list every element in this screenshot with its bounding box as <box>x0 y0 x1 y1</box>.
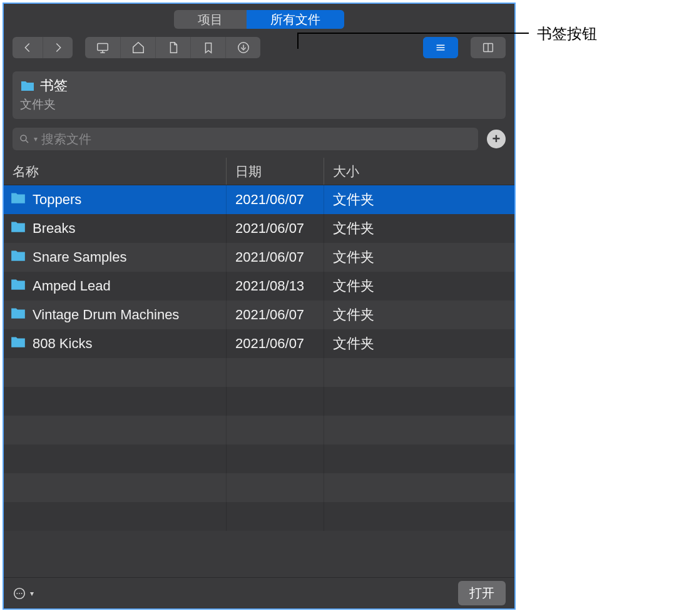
display-icon <box>96 41 110 54</box>
file-name: Breaks <box>33 220 75 237</box>
file-name: Amped Lead <box>33 278 111 294</box>
file-name: Vintage Drum Machines <box>33 307 179 323</box>
empty-row <box>4 444 514 473</box>
svg-rect-0 <box>98 44 108 51</box>
ellipsis-circle-icon <box>13 587 26 600</box>
file-list: 名称 日期 大小 Toppers2021/06/07文件夹Breaks2021/… <box>4 158 514 577</box>
plus-icon: + <box>493 131 501 147</box>
tab-all-files[interactable]: 所有文件 <box>247 10 344 29</box>
svg-point-15 <box>21 593 23 594</box>
file-name: 808 Kicks <box>33 336 92 352</box>
table-header: 名称 日期 大小 <box>4 158 514 185</box>
nav-back-button[interactable] <box>13 37 43 58</box>
column-name[interactable]: 名称 <box>4 158 227 185</box>
file-name: Toppers <box>33 192 81 208</box>
list-view-button[interactable] <box>423 37 458 58</box>
chevron-left-icon <box>21 41 34 54</box>
footer-bar: ▾ 打开 <box>4 577 514 608</box>
svg-line-11 <box>26 140 28 143</box>
file-browser-window: 项目 所有文件 <box>3 3 516 610</box>
file-name: Snare Samples <box>33 249 126 265</box>
callout-label: 书签按钮 <box>537 24 597 44</box>
location-subtitle: 文件夹 <box>20 96 498 113</box>
table-row[interactable]: Breaks2021/06/07文件夹 <box>4 214 514 243</box>
download-icon <box>237 41 250 54</box>
actions-menu-button[interactable]: ▾ <box>13 587 34 600</box>
columns-icon <box>481 41 495 54</box>
toolbar <box>4 29 514 66</box>
file-date: 2021/06/07 <box>227 185 324 214</box>
table-row[interactable]: Toppers2021/06/07文件夹 <box>4 185 514 214</box>
folder-icon <box>10 306 26 324</box>
column-size[interactable]: 大小 <box>324 158 514 185</box>
location-header: 书签 文件夹 <box>13 71 506 119</box>
bookmark-icon <box>202 41 215 54</box>
callout-line <box>297 33 529 34</box>
folder-icon <box>10 249 26 266</box>
file-date: 2021/06/07 <box>227 329 324 358</box>
downloads-button[interactable] <box>225 37 260 58</box>
file-date: 2021/06/07 <box>227 300 324 329</box>
chevron-down-icon: ▾ <box>34 135 38 143</box>
table-row[interactable]: Vintage Drum Machines2021/06/07文件夹 <box>4 300 514 329</box>
open-button[interactable]: 打开 <box>458 581 506 605</box>
file-kind: 文件夹 <box>324 190 514 209</box>
list-icon <box>434 41 447 54</box>
column-date[interactable]: 日期 <box>227 158 324 185</box>
file-date: 2021/08/13 <box>227 272 324 300</box>
table-row[interactable]: Amped Lead2021/08/13文件夹 <box>4 272 514 300</box>
search-input[interactable] <box>41 132 472 146</box>
table-row[interactable]: 808 Kicks2021/06/07文件夹 <box>4 329 514 358</box>
empty-row <box>4 416 514 444</box>
svg-point-10 <box>21 135 26 141</box>
chevron-right-icon <box>51 41 65 54</box>
column-view-button[interactable] <box>471 37 506 58</box>
location-title: 书签 <box>40 76 68 95</box>
file-kind: 文件夹 <box>324 219 514 238</box>
search-icon <box>19 133 30 145</box>
file-kind: 文件夹 <box>324 334 514 353</box>
folder-icon <box>10 191 26 208</box>
computer-button[interactable] <box>85 37 120 58</box>
top-tabs: 项目 所有文件 <box>4 4 514 29</box>
callout-line-vertical <box>297 33 299 49</box>
file-date: 2021/06/07 <box>227 243 324 272</box>
chevron-down-icon: ▾ <box>30 589 34 598</box>
nav-forward-button[interactable] <box>43 37 73 58</box>
project-button[interactable] <box>155 37 190 58</box>
bookmarks-button[interactable] <box>190 37 225 58</box>
table-row[interactable]: Snare Samples2021/06/07文件夹 <box>4 243 514 272</box>
folder-icon <box>10 335 26 352</box>
file-kind: 文件夹 <box>324 305 514 324</box>
home-button[interactable] <box>120 37 155 58</box>
folder-icon <box>10 277 26 295</box>
tab-project[interactable]: 项目 <box>174 10 247 29</box>
file-date: 2021/06/07 <box>227 214 324 243</box>
empty-row <box>4 387 514 416</box>
svg-point-14 <box>19 593 20 594</box>
folder-icon <box>10 220 26 237</box>
home-icon <box>131 41 145 54</box>
empty-row <box>4 358 514 387</box>
empty-row <box>4 502 514 531</box>
document-icon <box>166 41 180 54</box>
add-button[interactable]: + <box>487 130 506 148</box>
svg-point-13 <box>16 593 18 594</box>
file-kind: 文件夹 <box>324 277 514 295</box>
search-field[interactable]: ▾ <box>13 128 478 150</box>
empty-row <box>4 473 514 502</box>
folder-icon <box>20 80 35 92</box>
file-kind: 文件夹 <box>324 248 514 267</box>
